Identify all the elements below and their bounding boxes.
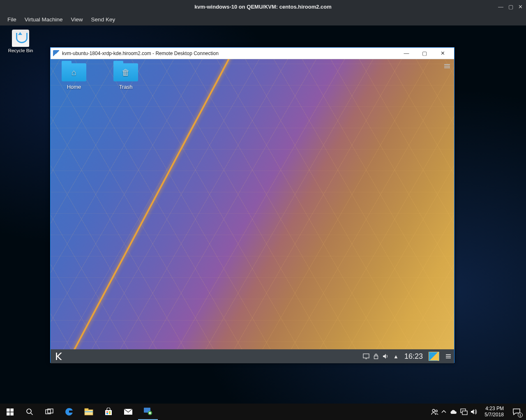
rdp-titlebar[interactable]: kvm-ubuntu-1804-xrdp-kde.hiroom2.com - R… (51, 48, 454, 59)
svg-rect-17 (106, 413, 108, 414)
systray-people-icon[interactable] (431, 408, 438, 415)
svg-rect-11 (85, 410, 93, 415)
kde-panel: ▲ 16:23 (51, 349, 454, 363)
taskbar-date: 5/7/2018 (484, 412, 504, 418)
kde-desktop-home[interactable]: ⌂ Home (56, 63, 92, 90)
kde-application-launcher[interactable] (53, 351, 66, 362)
svg-rect-3 (7, 408, 10, 412)
kde-show-desktop[interactable] (429, 352, 439, 361)
taskbar-rdp[interactable] (138, 404, 158, 420)
taskbar-edge[interactable] (59, 404, 79, 420)
rdp-title: kvm-ubuntu-1804-xrdp-kde.hiroom2.com - R… (62, 51, 397, 56)
task-view-button[interactable] (39, 404, 59, 420)
virt-manager-menubar: File Virtual Machine View Send Key (0, 13, 526, 25)
svg-point-24 (436, 410, 438, 412)
svg-rect-14 (105, 410, 112, 415)
kde-tray-expand-icon[interactable]: ▲ (393, 353, 399, 360)
virt-manager-titlebar: kvm-windows-10 on QEMU/KVM: centos.hiroo… (0, 0, 526, 13)
rdp-minimize-button[interactable]: — (397, 48, 415, 59)
svg-point-7 (27, 409, 31, 413)
svg-rect-0 (363, 354, 369, 358)
systray-expand-icon[interactable] (441, 410, 446, 414)
notification-badge: 1 (518, 413, 523, 418)
svg-rect-4 (10, 408, 14, 412)
kde-volume-icon[interactable] (383, 353, 389, 359)
svg-rect-22 (149, 412, 151, 414)
taskbar-store[interactable] (99, 404, 118, 420)
svg-rect-26 (462, 411, 467, 415)
kde-clock[interactable]: 16:23 (403, 352, 424, 361)
systray-network-icon[interactable] (460, 408, 468, 415)
systray-onedrive-icon[interactable] (449, 409, 457, 415)
windows-desktop[interactable]: Recycle Bin kvm-ubuntu-1804-xrdp-kde.hir… (0, 25, 526, 404)
rdp-window[interactable]: kvm-ubuntu-1804-xrdp-kde.hiroom2.com - R… (50, 47, 454, 363)
svg-rect-2 (374, 356, 378, 359)
systray-volume-icon[interactable] (471, 408, 478, 415)
taskbar-file-explorer[interactable] (79, 404, 99, 420)
menu-virtual-machine[interactable]: Virtual Machine (21, 15, 67, 24)
menu-view[interactable]: View (67, 15, 87, 24)
kde-trash-label: Trash (119, 84, 133, 90)
recycle-bin[interactable]: Recycle Bin (7, 30, 34, 53)
kde-display-icon[interactable] (363, 353, 369, 359)
svg-rect-16 (109, 411, 111, 413)
taskbar-mail[interactable] (118, 404, 138, 420)
vm-close-button[interactable]: ✕ (518, 4, 523, 10)
kde-panel-menu-icon[interactable] (446, 353, 451, 359)
svg-rect-5 (7, 412, 10, 415)
start-button[interactable] (0, 404, 20, 420)
recycle-bin-icon (12, 30, 29, 47)
rdp-icon (53, 50, 60, 57)
home-folder-icon: ⌂ (62, 63, 86, 81)
kde-desktop-trash[interactable]: 🗑 Trash (108, 63, 143, 90)
search-button[interactable] (20, 404, 39, 420)
svg-rect-15 (106, 411, 108, 413)
menu-send-key[interactable]: Send Key (87, 15, 120, 24)
windows-taskbar: 4:23 PM 5/7/2018 1 (0, 404, 526, 420)
trash-folder-icon: 🗑 (113, 63, 138, 81)
svg-line-8 (31, 413, 33, 415)
svg-rect-13 (85, 411, 93, 412)
svg-point-23 (432, 409, 435, 412)
kde-desktop-menu-icon[interactable] (444, 63, 450, 69)
rdp-close-button[interactable]: ✕ (434, 48, 452, 59)
taskbar-clock[interactable]: 4:23 PM 5/7/2018 (481, 406, 507, 418)
kde-lock-icon[interactable] (374, 353, 378, 359)
rdp-maximize-button[interactable]: ▢ (415, 48, 434, 59)
taskbar-time: 4:23 PM (484, 406, 504, 412)
kde-desktop[interactable]: ⌂ Home 🗑 Trash (51, 59, 454, 363)
vm-maximize-button[interactable]: ▢ (508, 4, 513, 10)
action-center-button[interactable]: 1 (507, 404, 526, 420)
virt-manager-title: kvm-windows-10 on QEMU/KVM: centos.hiroo… (0, 4, 526, 10)
recycle-bin-label: Recycle Bin (8, 48, 33, 53)
kde-home-label: Home (67, 84, 81, 90)
svg-rect-12 (85, 408, 88, 410)
svg-rect-6 (10, 412, 14, 415)
svg-rect-18 (109, 413, 111, 414)
menu-file[interactable]: File (3, 15, 21, 24)
vm-minimize-button[interactable]: — (498, 4, 503, 10)
